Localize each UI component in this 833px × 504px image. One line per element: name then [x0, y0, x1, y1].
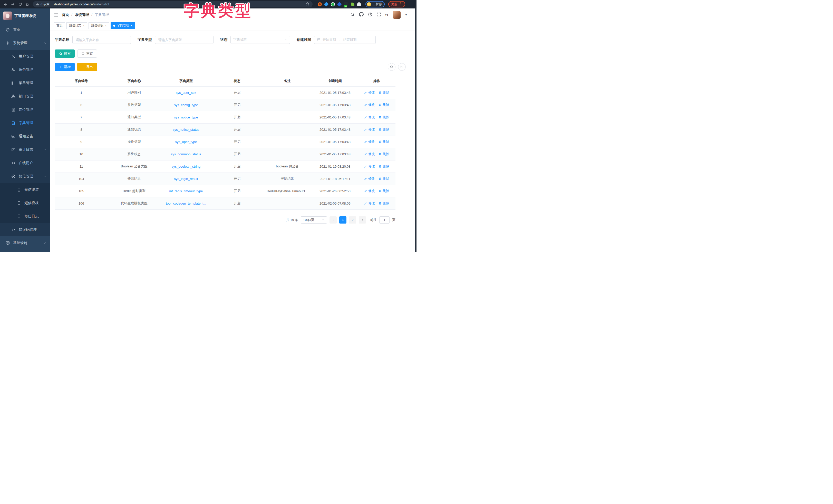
extension-orange-icon[interactable] — [318, 2, 322, 6]
page-size-select[interactable]: 10条/页 — [301, 217, 327, 224]
tab-短信模板[interactable]: 短信模板× — [89, 22, 109, 29]
extension-diamond-icon[interactable] — [337, 2, 341, 6]
edit-link[interactable]: 修改 — [364, 176, 375, 181]
dict-type-link[interactable]: sys_user_sex — [176, 91, 196, 95]
goto-page-input[interactable] — [379, 217, 389, 224]
tab-close-icon[interactable]: × — [83, 24, 85, 27]
search-button[interactable]: 搜索 — [55, 49, 75, 58]
browser-forward-button[interactable] — [10, 1, 16, 7]
tab-短信日志[interactable]: 短信日志× — [67, 22, 87, 29]
page-button-2[interactable]: 2 — [349, 217, 356, 224]
dict-type-link[interactable]: sys_login_result — [174, 177, 198, 181]
sidebar-item-dict[interactable]: 字典管理 — [0, 117, 50, 130]
dict-type-link[interactable]: sys_common_status — [171, 152, 201, 156]
edit-link[interactable]: 修改 — [364, 164, 375, 169]
extension-leaf-icon[interactable] — [351, 3, 354, 6]
help-icon[interactable] — [368, 12, 372, 18]
sidebar-item-online-users[interactable]: 在线用户 — [0, 156, 50, 170]
prev-page-button[interactable] — [330, 217, 337, 224]
edit-link[interactable]: 修改 — [364, 115, 375, 120]
sidebar-item-sms[interactable]: 短信管理 — [0, 170, 50, 183]
reset-button[interactable]: 重置 — [77, 49, 97, 58]
dict-type-link[interactable]: sys_boolean_string — [172, 165, 200, 169]
delete-link[interactable]: 删除 — [379, 201, 389, 206]
delete-link[interactable]: 删除 — [379, 115, 389, 120]
dict-type-link[interactable]: tool_codegen_template_t... — [166, 201, 206, 205]
sidebar-item-infra[interactable]: 基础设施 — [0, 236, 50, 250]
github-icon[interactable] — [359, 12, 364, 18]
bookmark-star-icon[interactable] — [306, 2, 309, 7]
sidebar-item-menus[interactable]: 菜单管理 — [0, 76, 50, 90]
security-warning[interactable]: 不安全 — [36, 2, 50, 6]
edit-link[interactable]: 修改 — [364, 152, 375, 156]
user-avatar[interactable] — [393, 11, 401, 19]
delete-link[interactable]: 删除 — [379, 164, 389, 169]
edit-link[interactable]: 修改 — [364, 103, 375, 107]
sidebar-item-notice[interactable]: 通知公告 — [0, 130, 50, 143]
sidebar-item-users[interactable]: 用户管理 — [0, 50, 50, 63]
export-button[interactable]: 导出 — [77, 63, 97, 71]
app-logo-row[interactable]: 芋道管理系统 — [0, 8, 50, 23]
sidebar-item-sms-channel[interactable]: 短信渠道 — [0, 183, 50, 196]
delete-link[interactable]: 删除 — [379, 152, 389, 156]
browser-reload-button[interactable] — [17, 1, 23, 7]
edit-label: 修改 — [368, 176, 375, 181]
edit-link[interactable]: 修改 — [364, 201, 375, 206]
header-search-icon[interactable] — [350, 12, 355, 18]
dict-name-input[interactable] — [72, 35, 131, 44]
tab-首页[interactable]: 首页 — [54, 22, 65, 29]
show-search-toggle-button[interactable] — [388, 63, 396, 71]
sidebar-item-roles[interactable]: 角色管理 — [0, 63, 50, 76]
sidebar-item-error-code[interactable]: 错误码管理 — [0, 223, 50, 236]
sidebar-item-depts[interactable]: 部门管理 — [0, 90, 50, 103]
dict-type-link[interactable]: sys_notice_type — [174, 116, 198, 119]
delete-link[interactable]: 删除 — [379, 90, 389, 95]
font-size-icon[interactable]: tT — [385, 13, 388, 17]
browser-back-button[interactable] — [3, 1, 9, 7]
edit-link[interactable]: 修改 — [364, 189, 375, 193]
browser-home-button[interactable] — [24, 1, 30, 7]
date-range-picker[interactable]: 开始日期 - 结束日期 — [314, 35, 376, 44]
address-bar[interactable]: 不安全 dashboard.yudao.iocoder.cn/system/di… — [33, 1, 313, 7]
sidebar-item-audit-log[interactable]: 审计日志 — [0, 143, 50, 156]
sidebar-item-system[interactable]: 系统管理 — [0, 36, 50, 50]
extension-on-badge-icon[interactable] — [344, 2, 348, 6]
sidebar-item-home[interactable]: 首页 — [0, 23, 50, 36]
edit-link[interactable]: 修改 — [364, 127, 375, 132]
browser-update-chip[interactable]: 更新 — [388, 1, 405, 7]
avatar-caret-down-icon[interactable]: ▼ — [405, 14, 407, 16]
add-button[interactable]: 新增 — [55, 63, 75, 71]
tab-close-icon[interactable]: × — [130, 24, 133, 27]
delete-link[interactable]: 删除 — [379, 176, 389, 181]
breadcrumb-system[interactable]: 系统管理 — [75, 12, 89, 17]
sidebar-item-sms-template[interactable]: 短信模板 — [0, 196, 50, 210]
extension-gem-icon[interactable] — [324, 2, 329, 6]
refresh-table-button[interactable] — [398, 63, 406, 71]
page-button-1[interactable]: 1 — [339, 217, 347, 224]
recording-paused-chip[interactable]: 已暂停 — [365, 1, 385, 7]
delete-link[interactable]: 删除 — [379, 189, 389, 193]
dict-type-link[interactable]: sys_oper_type — [175, 140, 197, 144]
breadcrumb-home[interactable]: 首页 — [62, 12, 69, 17]
delete-link[interactable]: 删除 — [379, 127, 389, 132]
sidebar-toggle-button[interactable] — [54, 13, 58, 17]
delete-link[interactable]: 删除 — [379, 140, 389, 144]
edit-link[interactable]: 修改 — [364, 140, 375, 144]
fullscreen-icon[interactable] — [377, 12, 381, 18]
dict-type-input[interactable] — [155, 35, 214, 44]
dict-type-link[interactable]: inf_redis_timeout_type — [169, 189, 203, 193]
kebab-menu-icon[interactable] — [399, 2, 402, 6]
status-select[interactable]: 字典状态 — [231, 35, 290, 44]
sidebar-item-sms-log[interactable]: 短信日志 — [0, 210, 50, 223]
extension-green-icon[interactable] — [331, 2, 335, 6]
sidebar-item-posts[interactable]: 岗位管理 — [0, 103, 50, 117]
tab-close-icon[interactable]: × — [105, 24, 107, 27]
page-scrollbar[interactable] — [415, 8, 416, 252]
tab-字典管理[interactable]: 字典管理× — [111, 22, 135, 29]
edit-link[interactable]: 修改 — [364, 90, 375, 95]
next-page-button[interactable] — [359, 217, 366, 224]
dict-type-link[interactable]: sys_notice_status — [173, 128, 199, 131]
dict-type-link[interactable]: sys_config_type — [174, 103, 198, 107]
extension-ghost-icon[interactable] — [357, 2, 361, 6]
delete-link[interactable]: 删除 — [379, 103, 389, 107]
